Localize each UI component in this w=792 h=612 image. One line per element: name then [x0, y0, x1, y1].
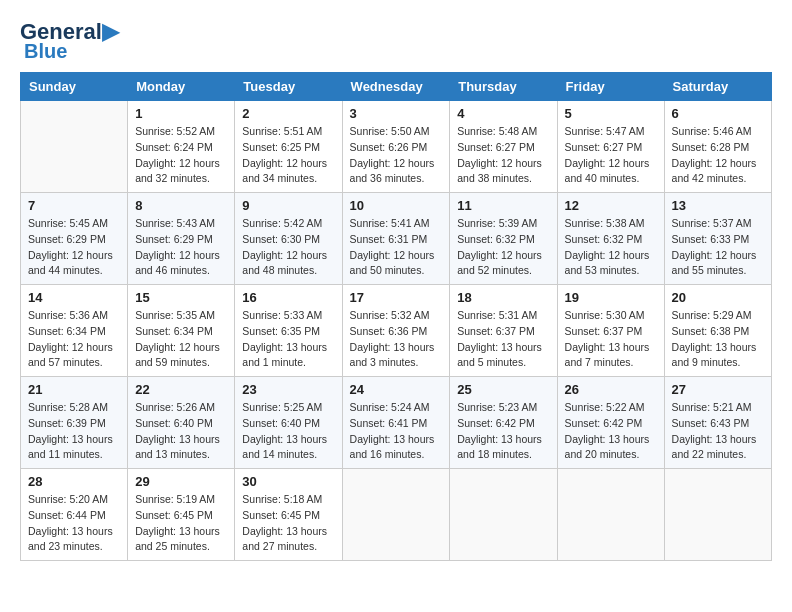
calendar-cell: 5Sunrise: 5:47 AMSunset: 6:27 PMDaylight… [557, 101, 664, 193]
calendar-cell [21, 101, 128, 193]
day-info: Sunrise: 5:50 AMSunset: 6:26 PMDaylight:… [350, 124, 443, 187]
day-number: 17 [350, 290, 443, 305]
day-info: Sunrise: 5:45 AMSunset: 6:29 PMDaylight:… [28, 216, 120, 279]
day-number: 21 [28, 382, 120, 397]
day-info: Sunrise: 5:29 AMSunset: 6:38 PMDaylight:… [672, 308, 764, 371]
day-info: Sunrise: 5:48 AMSunset: 6:27 PMDaylight:… [457, 124, 549, 187]
day-number: 4 [457, 106, 549, 121]
day-number: 20 [672, 290, 764, 305]
day-number: 5 [565, 106, 657, 121]
calendar-cell: 30Sunrise: 5:18 AMSunset: 6:45 PMDayligh… [235, 469, 342, 561]
calendar-cell: 12Sunrise: 5:38 AMSunset: 6:32 PMDayligh… [557, 193, 664, 285]
day-info: Sunrise: 5:21 AMSunset: 6:43 PMDaylight:… [672, 400, 764, 463]
calendar-cell: 10Sunrise: 5:41 AMSunset: 6:31 PMDayligh… [342, 193, 450, 285]
calendar-cell: 19Sunrise: 5:30 AMSunset: 6:37 PMDayligh… [557, 285, 664, 377]
day-number: 18 [457, 290, 549, 305]
day-info: Sunrise: 5:52 AMSunset: 6:24 PMDaylight:… [135, 124, 227, 187]
day-number: 29 [135, 474, 227, 489]
day-number: 10 [350, 198, 443, 213]
calendar-cell: 3Sunrise: 5:50 AMSunset: 6:26 PMDaylight… [342, 101, 450, 193]
day-number: 16 [242, 290, 334, 305]
calendar-week-2: 7Sunrise: 5:45 AMSunset: 6:29 PMDaylight… [21, 193, 772, 285]
day-number: 12 [565, 198, 657, 213]
day-number: 23 [242, 382, 334, 397]
calendar-cell: 4Sunrise: 5:48 AMSunset: 6:27 PMDaylight… [450, 101, 557, 193]
calendar-cell: 6Sunrise: 5:46 AMSunset: 6:28 PMDaylight… [664, 101, 771, 193]
day-info: Sunrise: 5:31 AMSunset: 6:37 PMDaylight:… [457, 308, 549, 371]
logo-subtext: Blue [24, 40, 67, 62]
day-info: Sunrise: 5:20 AMSunset: 6:44 PMDaylight:… [28, 492, 120, 555]
calendar-cell: 16Sunrise: 5:33 AMSunset: 6:35 PMDayligh… [235, 285, 342, 377]
day-number: 27 [672, 382, 764, 397]
calendar-cell [557, 469, 664, 561]
calendar-cell: 21Sunrise: 5:28 AMSunset: 6:39 PMDayligh… [21, 377, 128, 469]
day-info: Sunrise: 5:51 AMSunset: 6:25 PMDaylight:… [242, 124, 334, 187]
day-info: Sunrise: 5:39 AMSunset: 6:32 PMDaylight:… [457, 216, 549, 279]
day-info: Sunrise: 5:19 AMSunset: 6:45 PMDaylight:… [135, 492, 227, 555]
day-info: Sunrise: 5:42 AMSunset: 6:30 PMDaylight:… [242, 216, 334, 279]
column-header-thursday: Thursday [450, 73, 557, 101]
column-header-wednesday: Wednesday [342, 73, 450, 101]
day-number: 22 [135, 382, 227, 397]
day-info: Sunrise: 5:24 AMSunset: 6:41 PMDaylight:… [350, 400, 443, 463]
day-info: Sunrise: 5:30 AMSunset: 6:37 PMDaylight:… [565, 308, 657, 371]
calendar-cell: 18Sunrise: 5:31 AMSunset: 6:37 PMDayligh… [450, 285, 557, 377]
calendar-cell: 29Sunrise: 5:19 AMSunset: 6:45 PMDayligh… [128, 469, 235, 561]
day-number: 28 [28, 474, 120, 489]
calendar-week-3: 14Sunrise: 5:36 AMSunset: 6:34 PMDayligh… [21, 285, 772, 377]
day-number: 19 [565, 290, 657, 305]
column-header-tuesday: Tuesday [235, 73, 342, 101]
day-number: 24 [350, 382, 443, 397]
day-info: Sunrise: 5:38 AMSunset: 6:32 PMDaylight:… [565, 216, 657, 279]
day-number: 8 [135, 198, 227, 213]
logo: General▶ Blue [20, 20, 119, 62]
day-info: Sunrise: 5:33 AMSunset: 6:35 PMDaylight:… [242, 308, 334, 371]
calendar-cell: 9Sunrise: 5:42 AMSunset: 6:30 PMDaylight… [235, 193, 342, 285]
day-info: Sunrise: 5:41 AMSunset: 6:31 PMDaylight:… [350, 216, 443, 279]
calendar-cell: 11Sunrise: 5:39 AMSunset: 6:32 PMDayligh… [450, 193, 557, 285]
day-info: Sunrise: 5:26 AMSunset: 6:40 PMDaylight:… [135, 400, 227, 463]
calendar-cell: 24Sunrise: 5:24 AMSunset: 6:41 PMDayligh… [342, 377, 450, 469]
calendar-cell: 27Sunrise: 5:21 AMSunset: 6:43 PMDayligh… [664, 377, 771, 469]
column-header-monday: Monday [128, 73, 235, 101]
calendar-cell [450, 469, 557, 561]
calendar-cell: 25Sunrise: 5:23 AMSunset: 6:42 PMDayligh… [450, 377, 557, 469]
day-info: Sunrise: 5:25 AMSunset: 6:40 PMDaylight:… [242, 400, 334, 463]
day-info: Sunrise: 5:36 AMSunset: 6:34 PMDaylight:… [28, 308, 120, 371]
calendar-cell: 14Sunrise: 5:36 AMSunset: 6:34 PMDayligh… [21, 285, 128, 377]
day-info: Sunrise: 5:43 AMSunset: 6:29 PMDaylight:… [135, 216, 227, 279]
calendar-cell: 13Sunrise: 5:37 AMSunset: 6:33 PMDayligh… [664, 193, 771, 285]
day-number: 30 [242, 474, 334, 489]
day-info: Sunrise: 5:47 AMSunset: 6:27 PMDaylight:… [565, 124, 657, 187]
calendar-week-1: 1Sunrise: 5:52 AMSunset: 6:24 PMDaylight… [21, 101, 772, 193]
day-info: Sunrise: 5:18 AMSunset: 6:45 PMDaylight:… [242, 492, 334, 555]
day-number: 25 [457, 382, 549, 397]
calendar-cell [342, 469, 450, 561]
calendar-cell: 23Sunrise: 5:25 AMSunset: 6:40 PMDayligh… [235, 377, 342, 469]
day-number: 1 [135, 106, 227, 121]
calendar-cell: 1Sunrise: 5:52 AMSunset: 6:24 PMDaylight… [128, 101, 235, 193]
day-number: 2 [242, 106, 334, 121]
day-number: 26 [565, 382, 657, 397]
calendar-cell: 17Sunrise: 5:32 AMSunset: 6:36 PMDayligh… [342, 285, 450, 377]
day-info: Sunrise: 5:35 AMSunset: 6:34 PMDaylight:… [135, 308, 227, 371]
calendar-cell: 15Sunrise: 5:35 AMSunset: 6:34 PMDayligh… [128, 285, 235, 377]
calendar-cell: 20Sunrise: 5:29 AMSunset: 6:38 PMDayligh… [664, 285, 771, 377]
calendar-header-row: SundayMondayTuesdayWednesdayThursdayFrid… [21, 73, 772, 101]
day-info: Sunrise: 5:37 AMSunset: 6:33 PMDaylight:… [672, 216, 764, 279]
day-number: 6 [672, 106, 764, 121]
day-info: Sunrise: 5:28 AMSunset: 6:39 PMDaylight:… [28, 400, 120, 463]
day-number: 15 [135, 290, 227, 305]
page-header: General▶ Blue [20, 20, 772, 62]
day-info: Sunrise: 5:23 AMSunset: 6:42 PMDaylight:… [457, 400, 549, 463]
column-header-friday: Friday [557, 73, 664, 101]
day-number: 11 [457, 198, 549, 213]
column-header-saturday: Saturday [664, 73, 771, 101]
calendar-cell: 2Sunrise: 5:51 AMSunset: 6:25 PMDaylight… [235, 101, 342, 193]
day-info: Sunrise: 5:46 AMSunset: 6:28 PMDaylight:… [672, 124, 764, 187]
day-info: Sunrise: 5:32 AMSunset: 6:36 PMDaylight:… [350, 308, 443, 371]
calendar-cell: 7Sunrise: 5:45 AMSunset: 6:29 PMDaylight… [21, 193, 128, 285]
day-number: 9 [242, 198, 334, 213]
calendar-table: SundayMondayTuesdayWednesdayThursdayFrid… [20, 72, 772, 561]
day-number: 14 [28, 290, 120, 305]
